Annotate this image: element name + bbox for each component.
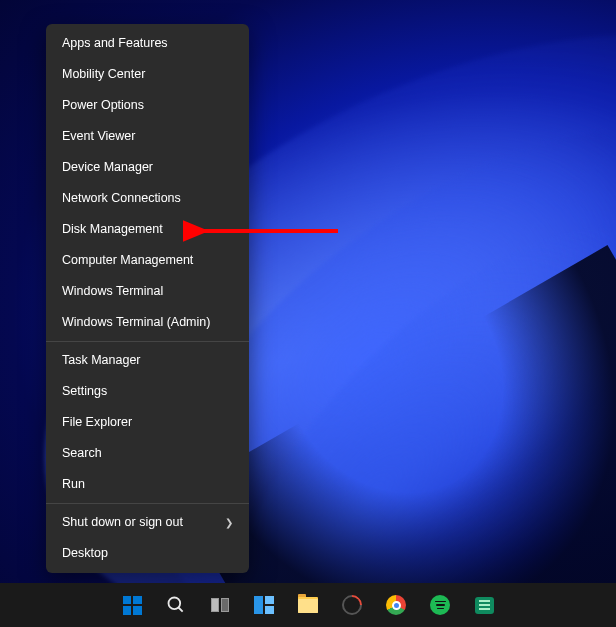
windows-logo-icon [123, 596, 142, 615]
taskbar-search-button[interactable] [164, 593, 188, 617]
menu-item-apps-and-features[interactable]: Apps and Features [46, 28, 249, 59]
taskbar [0, 583, 616, 627]
folder-icon [298, 597, 318, 613]
task-view-icon [211, 598, 229, 612]
menu-item-file-explorer[interactable]: File Explorer [46, 407, 249, 438]
svg-point-2 [169, 598, 181, 610]
menu-item-settings[interactable]: Settings [46, 376, 249, 407]
menu-separator [46, 341, 249, 342]
widgets-button[interactable] [252, 593, 276, 617]
search-icon [166, 595, 186, 615]
menu-item-disk-management[interactable]: Disk Management [46, 214, 249, 245]
menu-item-computer-management[interactable]: Computer Management [46, 245, 249, 276]
widgets-icon [254, 596, 274, 614]
menu-item-windows-terminal-admin[interactable]: Windows Terminal (Admin) [46, 307, 249, 338]
menu-item-run[interactable]: Run [46, 469, 249, 500]
menu-item-search[interactable]: Search [46, 438, 249, 469]
spotify-icon [430, 595, 450, 615]
chrome-button[interactable] [384, 593, 408, 617]
menu-item-event-viewer[interactable]: Event Viewer [46, 121, 249, 152]
menu-item-power-options[interactable]: Power Options [46, 90, 249, 121]
circle-loader-icon [338, 591, 366, 619]
start-button[interactable] [120, 593, 144, 617]
menu-separator [46, 503, 249, 504]
menu-item-device-manager[interactable]: Device Manager [46, 152, 249, 183]
menu-item-task-manager[interactable]: Task Manager [46, 345, 249, 376]
svg-line-3 [179, 608, 183, 612]
winx-context-menu: Apps and Features Mobility Center Power … [46, 24, 249, 573]
chrome-icon [386, 595, 406, 615]
task-view-button[interactable] [208, 593, 232, 617]
chat-icon [475, 597, 494, 614]
file-explorer-button[interactable] [296, 593, 320, 617]
menu-item-shut-down[interactable]: Shut down or sign out ❯ [46, 507, 249, 538]
menu-item-windows-terminal[interactable]: Windows Terminal [46, 276, 249, 307]
menu-item-network-connections[interactable]: Network Connections [46, 183, 249, 214]
menu-item-desktop[interactable]: Desktop [46, 538, 249, 569]
menu-item-mobility-center[interactable]: Mobility Center [46, 59, 249, 90]
spotify-button[interactable] [428, 593, 452, 617]
chevron-right-icon: ❯ [225, 517, 233, 529]
app-button-loader[interactable] [340, 593, 364, 617]
chat-app-button[interactable] [472, 593, 496, 617]
